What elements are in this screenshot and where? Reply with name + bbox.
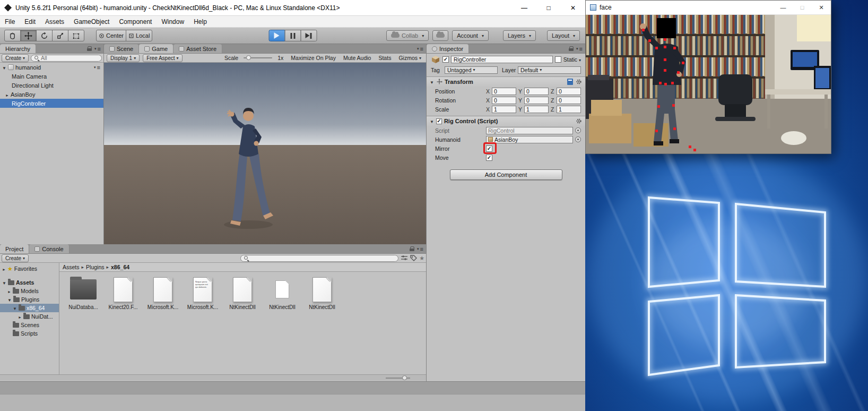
position-x-field[interactable]: 0: [492, 88, 516, 95]
gear-icon[interactable]: [576, 118, 582, 124]
help-book-icon[interactable]: [567, 79, 573, 85]
scale-y-field[interactable]: 1: [524, 106, 549, 113]
layer-dropdown[interactable]: Default: [518, 66, 581, 74]
maximize-button[interactable]: □: [536, 0, 561, 15]
foldout-open-icon[interactable]: [13, 305, 17, 311]
display-dropdown[interactable]: Display 1: [107, 54, 140, 62]
hierarchy-create-button[interactable]: Create: [2, 54, 29, 62]
play-button[interactable]: [268, 30, 285, 41]
scene-menu-icon[interactable]: [94, 64, 100, 71]
tree-item-scripts[interactable]: Scripts: [0, 329, 59, 338]
collab-button[interactable]: Collab: [386, 30, 429, 41]
menu-file[interactable]: File: [0, 18, 20, 25]
favorites-row[interactable]: ★ Favorites: [0, 264, 59, 273]
tag-dropdown[interactable]: Untagged: [445, 66, 498, 74]
asset-tile-ntkinectdll-1[interactable]: NtKinectDll: [227, 276, 258, 310]
layers-dropdown[interactable]: Layers: [503, 30, 536, 41]
gameobject-name-field[interactable]: RigController: [451, 56, 553, 63]
static-checkbox[interactable]: [555, 56, 561, 63]
tab-asset-store[interactable]: Asset Store: [173, 44, 222, 53]
scale-x-field[interactable]: 1: [492, 106, 516, 113]
rotation-x-field[interactable]: 0: [492, 97, 516, 104]
space-local-button[interactable]: Local: [126, 30, 152, 41]
hierarchy-item-directional-light[interactable]: Directional Light: [0, 81, 103, 90]
add-component-button[interactable]: Add Component: [450, 169, 562, 180]
scale-z-field[interactable]: 1: [557, 106, 581, 113]
rig-control-component-header[interactable]: Rig Control (Script): [427, 116, 585, 126]
pivot-center-button[interactable]: Center: [96, 30, 126, 41]
mute-audio-toggle[interactable]: Mute Audio: [341, 55, 374, 61]
foldout-open-icon[interactable]: [430, 79, 434, 85]
cloud-services-button[interactable]: [432, 30, 448, 41]
menu-assets[interactable]: Assets: [40, 18, 69, 25]
stats-toggle[interactable]: Stats: [376, 55, 393, 61]
hierarchy-tab[interactable]: Hierarchy: [0, 44, 36, 53]
layout-dropdown[interactable]: Layout: [547, 30, 580, 41]
hierarchy-scene-row[interactable]: humanoid: [0, 63, 103, 72]
face-titlebar[interactable]: face — □ ✕: [586, 1, 831, 15]
rotate-tool-button[interactable]: [36, 30, 53, 41]
panel-menu-icon[interactable]: [417, 246, 423, 252]
hierarchy-item-asianboy[interactable]: AsianBoy: [0, 90, 103, 99]
active-checkbox[interactable]: [442, 56, 449, 63]
rig-control-enabled-checkbox[interactable]: [436, 118, 442, 124]
breadcrumb-assets[interactable]: Assets: [63, 264, 84, 270]
maximize-on-play-toggle[interactable]: Maximize On Play: [289, 55, 338, 61]
tree-item-x86-64[interactable]: x86_64: [0, 304, 59, 312]
foldout-open-icon[interactable]: [2, 64, 6, 71]
rotation-y-field[interactable]: 0: [524, 97, 549, 104]
scale-slider-thumb[interactable]: [246, 55, 251, 60]
thumbnail-zoom-thumb[interactable]: [402, 375, 407, 380]
lock-icon[interactable]: [569, 46, 574, 51]
project-search-input[interactable]: [240, 255, 398, 262]
hierarchy-search-input[interactable]: All: [31, 55, 102, 62]
lock-icon[interactable]: [410, 246, 414, 251]
menu-gameobject[interactable]: GameObject: [69, 18, 114, 25]
gizmos-dropdown[interactable]: Gizmos: [396, 55, 423, 61]
tree-item-scenes[interactable]: Scenes: [0, 321, 59, 329]
panel-menu-icon[interactable]: [576, 46, 583, 52]
menu-component[interactable]: Component: [114, 18, 157, 25]
scale-tool-button[interactable]: [52, 30, 68, 41]
foldout-closed-icon[interactable]: [7, 288, 11, 294]
step-button[interactable]: [300, 30, 317, 41]
inspector-tab[interactable]: Inspector: [427, 44, 469, 53]
tab-console[interactable]: Console: [29, 244, 69, 253]
unity-titlebar[interactable]: Unity 5.6.2f1 Personal (64bit) - humanoi…: [0, 0, 585, 16]
humanoid-object-field[interactable]: AsianBoy: [486, 136, 573, 143]
rotation-z-field[interactable]: 0: [557, 97, 581, 104]
gear-icon[interactable]: [576, 79, 582, 85]
minimize-button[interactable]: —: [512, 0, 536, 15]
rect-tool-button[interactable]: [68, 30, 84, 41]
pause-button[interactable]: [284, 30, 301, 41]
foldout-open-icon[interactable]: [2, 279, 6, 286]
asset-tile-microsoft-k2[interactable]: Neque porro quisquam est qui dolorem. Mi…: [187, 276, 218, 310]
tab-project[interactable]: Project: [0, 244, 29, 253]
foldout-closed-icon[interactable]: [18, 313, 22, 320]
breadcrumb-x86-64[interactable]: x86_64: [111, 264, 129, 270]
asset-tile-kinect20[interactable]: Kinect20.F...: [108, 276, 138, 310]
search-by-label-icon[interactable]: [410, 255, 417, 261]
script-object-field[interactable]: RigControl: [486, 127, 573, 134]
hierarchy-item-rigcontroller[interactable]: RigController: [0, 99, 103, 108]
project-create-button[interactable]: Create: [2, 254, 29, 262]
tree-item-assets[interactable]: Assets: [0, 278, 59, 287]
saved-search-star-icon[interactable]: ★: [419, 255, 424, 261]
move-tool-button[interactable]: [20, 30, 37, 41]
panel-menu-icon[interactable]: [417, 46, 423, 52]
scale-slider[interactable]: [244, 57, 272, 58]
tab-scene[interactable]: Scene: [104, 44, 139, 53]
move-checkbox[interactable]: [486, 155, 492, 161]
object-picker-icon[interactable]: [575, 127, 581, 133]
lock-icon[interactable]: [87, 46, 92, 51]
transform-component-header[interactable]: Transform: [427, 76, 585, 87]
asset-tile-ntkinectdll-2[interactable]: NtKinectDll: [267, 276, 298, 310]
panel-menu-icon[interactable]: [94, 46, 101, 52]
position-z-field[interactable]: 0: [557, 88, 581, 95]
aspect-dropdown[interactable]: Free Aspect: [143, 54, 182, 62]
face-maximize-button[interactable]: □: [793, 1, 812, 14]
breadcrumb-plugins[interactable]: Plugins: [86, 264, 109, 270]
tree-item-models[interactable]: Models: [0, 287, 59, 295]
menu-help[interactable]: Help: [189, 18, 212, 25]
position-y-field[interactable]: 0: [524, 88, 549, 95]
